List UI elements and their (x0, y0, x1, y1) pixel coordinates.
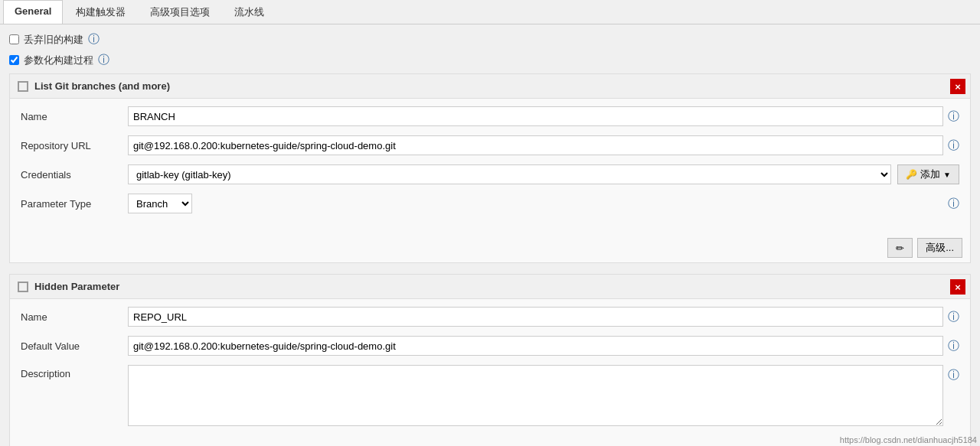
credentials-select[interactable]: gitlab-key (gitlab-key) (128, 164, 891, 184)
param-type-help-icon[interactable]: ⓘ (948, 197, 959, 211)
parameterize-help-icon[interactable]: ⓘ (98, 53, 109, 67)
hidden-name-label: Name (21, 311, 128, 323)
list-git-branches-header: List Git branches (and more) (10, 74, 970, 99)
hidden-name-help-icon[interactable]: ⓘ (948, 310, 959, 324)
default-help-icon[interactable]: ⓘ (948, 339, 959, 353)
discard-old-builds-label: 丢弃旧的构建 (24, 33, 83, 47)
tab-pipeline[interactable]: 流水线 (223, 0, 276, 24)
description-field (128, 365, 943, 426)
hidden-parameter-panel: Hidden Parameter × Name ⓘ Default Value … (9, 274, 971, 446)
credentials-field: gitlab-key (gitlab-key) 🔑 添加 ▼ (128, 164, 959, 184)
tab-advanced-options[interactable]: 高级项目选项 (139, 0, 221, 24)
param-type-field: BranchTagRevisionDefault (128, 194, 943, 213)
default-value-field (128, 336, 943, 356)
name-help-icon[interactable]: ⓘ (948, 109, 959, 124)
repo-help-icon[interactable]: ⓘ (948, 138, 959, 153)
description-textarea[interactable] (128, 365, 943, 426)
name-row: Name ⓘ (21, 106, 959, 126)
credentials-label: Credentials (21, 169, 128, 181)
name-label: Name (21, 111, 128, 122)
hidden-parameter-body: Name ⓘ Default Value ⓘ Description (10, 299, 970, 446)
repo-url-label: Repository URL (21, 140, 128, 151)
key-icon: 🔑 (906, 169, 917, 180)
tab-general[interactable]: General (3, 0, 63, 24)
hidden-name-field (128, 307, 943, 327)
advanced-label: 高级... (926, 241, 954, 255)
hidden-parameter-title: Hidden Parameter (34, 281, 119, 292)
add-label: 添加 (920, 168, 940, 181)
watermark: https://blog.csdn.net/dianhuacjh5184 (840, 435, 977, 444)
param-type-row: Parameter Type BranchTagRevisionDefault … (21, 194, 959, 213)
desc-help-icon[interactable]: ⓘ (948, 368, 959, 383)
repo-url-input[interactable] (128, 135, 943, 155)
tabs-bar: General 构建触发器 高级项目选项 流水线 (0, 0, 980, 24)
add-dropdown-arrow: ▼ (943, 171, 951, 179)
repo-url-row: Repository URL ⓘ (21, 135, 959, 155)
hidden-name-input[interactable] (128, 307, 943, 327)
edit-button[interactable]: ✏ (887, 238, 913, 258)
param-type-label: Parameter Type (21, 198, 128, 210)
parameterize-build-label: 参数化构建过程 (24, 54, 93, 67)
panel-actions: ✏ 高级... (10, 233, 970, 262)
list-git-branches-panel: List Git branches (and more) × Name ⓘ Re… (9, 73, 971, 263)
hidden-parameter-close-button[interactable]: × (950, 279, 965, 295)
list-git-branches-title: List Git branches (and more) (34, 80, 170, 92)
description-label: Description (21, 365, 128, 379)
discard-old-builds-checkbox[interactable] (9, 34, 19, 44)
name-field (128, 106, 943, 126)
discard-old-builds-row: 丢弃旧的构建 ⓘ (9, 32, 971, 47)
default-value-row: Default Value ⓘ (21, 336, 959, 356)
hidden-name-row: Name ⓘ (21, 307, 959, 327)
param-type-select[interactable]: BranchTagRevisionDefault (128, 194, 192, 213)
hidden-parameter-header: Hidden Parameter (10, 275, 970, 299)
discard-help-icon[interactable]: ⓘ (88, 32, 100, 47)
main-content: 丢弃旧的构建 ⓘ 参数化构建过程 ⓘ List Git branches (an… (0, 24, 980, 446)
default-value-label: Default Value (21, 340, 128, 352)
advanced-button[interactable]: 高级... (917, 238, 962, 258)
repo-url-field (128, 135, 943, 155)
tab-build-triggers[interactable]: 构建触发器 (64, 0, 137, 24)
description-row: Description ⓘ (21, 365, 959, 426)
list-git-branches-body: Name ⓘ Repository URL ⓘ Credentials gitl… (10, 99, 970, 233)
parameterize-build-row: 参数化构建过程 ⓘ (9, 53, 971, 67)
credentials-row: Credentials gitlab-key (gitlab-key) 🔑 添加… (21, 164, 959, 184)
add-credentials-button[interactable]: 🔑 添加 ▼ (897, 164, 959, 184)
panel-header-icon2 (18, 282, 28, 292)
edit-icon: ✏ (896, 243, 904, 254)
default-value-input[interactable] (128, 336, 943, 356)
panel-header-icon (18, 81, 28, 92)
name-input[interactable] (128, 106, 943, 126)
list-git-branches-close-button[interactable]: × (950, 79, 965, 94)
parameterize-build-checkbox[interactable] (9, 55, 19, 65)
